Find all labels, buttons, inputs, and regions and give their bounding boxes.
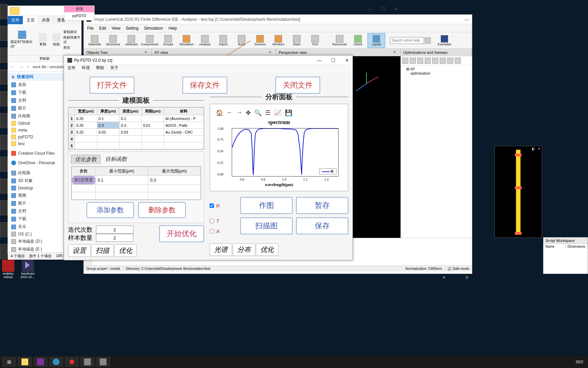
opt-tool-icon[interactable] — [447, 58, 453, 64]
toolbar-components[interactable]: Components — [141, 33, 159, 48]
task-app1[interactable] — [80, 357, 95, 367]
status-safemode[interactable]: ✓Safe-mode — [445, 267, 472, 271]
pane-close-icon[interactable]: ✕ — [143, 50, 149, 55]
minimize-icon[interactable]: — — [464, 17, 469, 22]
col-width[interactable]: 宽度(μm) — [75, 108, 97, 115]
tab-objective[interactable]: 目标函数 — [102, 155, 130, 164]
opt-tool-icon[interactable] — [417, 58, 423, 64]
model-table[interactable]: 宽度(μm) 厚度(μm) 深度(μm) 周期(μm) 材料 10.250.10… — [68, 107, 204, 150]
ribbon-paste-shortcut[interactable]: 粘贴快捷方式 — [63, 35, 81, 45]
tab-opt-right[interactable]: 优化 — [256, 243, 278, 256]
save-button[interactable]: 保存 — [296, 217, 348, 234]
col-dimensions[interactable]: Dimensions — [566, 244, 588, 249]
pan-icon[interactable]: ✥ — [246, 109, 251, 117]
toolbar-analysis[interactable]: Analysis — [196, 33, 214, 48]
pause-button[interactable]: 暂存 — [296, 197, 348, 214]
context-app-label[interactable]: pyFDTD — [64, 12, 94, 19]
toolbar-layout[interactable]: Layout — [368, 33, 385, 48]
toolbar-import[interactable]: Import — [214, 33, 232, 48]
toolbar-materials[interactable]: Materials — [86, 33, 103, 48]
tab-scan[interactable]: 扫描 — [91, 244, 114, 257]
ribbon-copy[interactable]: 复制 — [36, 24, 50, 55]
col-period[interactable]: 周期(μm) — [142, 108, 164, 115]
edit-icon[interactable]: 📈 — [274, 109, 281, 117]
tab-settings[interactable]: 设置 — [68, 244, 91, 257]
toolbar-check[interactable]: Check — [349, 33, 367, 48]
search-button-icon[interactable] — [425, 37, 431, 44]
menu-env[interactable]: 环境 — [82, 65, 90, 73]
iterations-input[interactable] — [96, 226, 133, 234]
maximize-icon[interactable]: ☐ — [331, 58, 336, 63]
lumerical-titlebar[interactable]: Ansys Lumerical 2020 R2 Finite Differenc… — [84, 15, 472, 24]
toolbar-structures[interactable]: Structures — [104, 33, 122, 48]
menu-edit[interactable]: Edit — [99, 26, 106, 31]
close-icon[interactable]: ✕ — [345, 58, 349, 63]
task-app2[interactable] — [96, 357, 110, 367]
toolbar-attributes[interactable]: Attributes — [122, 33, 140, 48]
nav-forward-icon[interactable]: → — [19, 64, 23, 70]
toolbar-monitors[interactable]: Monitors — [270, 33, 287, 48]
menu-help[interactable]: 帮助 — [96, 65, 104, 73]
opt-tool-icon[interactable] — [440, 58, 446, 64]
pane-close-icon[interactable]: ✕ — [392, 50, 397, 55]
tab-optimize[interactable]: 优化 — [114, 244, 137, 257]
chart-canvas[interactable]: spectrum 1.00 0.75 0.50 0.25 0.00 0.6 0.… — [216, 119, 342, 187]
opt-tool-icon[interactable] — [432, 58, 438, 64]
axis-gizmo[interactable] — [353, 70, 380, 97]
toolbar-resources[interactable]: Resources — [331, 33, 348, 48]
delete-param-button[interactable]: 删除参数 — [138, 202, 186, 218]
col-material[interactable]: 材料 — [164, 108, 204, 115]
menu-file[interactable]: File — [87, 26, 94, 31]
save-icon[interactable]: 💾 — [285, 109, 292, 117]
col-name[interactable]: Name — [543, 244, 566, 249]
zoom-icon[interactable]: 🔍 — [254, 109, 262, 117]
minimize-icon[interactable]: — — [368, 6, 373, 12]
nav-up-icon[interactable]: ↑ — [27, 64, 29, 70]
tab-share[interactable]: 共享 — [38, 16, 54, 24]
nav-back-icon[interactable]: ← — [11, 64, 15, 70]
tab-dist[interactable]: 分布 — [233, 243, 255, 256]
back-icon[interactable]: ← — [227, 109, 233, 117]
col-thick[interactable]: 厚度(μm) — [97, 108, 119, 115]
opt-tool-icon[interactable] — [455, 58, 461, 64]
forward-icon[interactable]: → — [236, 109, 242, 117]
tab-spectrum[interactable]: 光谱 — [210, 243, 232, 256]
toolbar-port[interactable]: Port — [306, 33, 324, 48]
task-explorer[interactable] — [18, 357, 32, 367]
param-max-cell[interactable]: 0.3 — [148, 176, 201, 185]
pyfdtd-titlebar[interactable]: Py-FDTD V2.0 by zzj — ☐ ✕ — [64, 56, 353, 65]
toolbar-stack[interactable]: Stack — [288, 33, 306, 48]
opt-tool-icon[interactable] — [425, 58, 431, 64]
checkbox-r[interactable] — [210, 203, 214, 208]
opt-item-optimization[interactable]: optimization — [406, 71, 467, 75]
menu-file[interactable]: 文件 — [67, 65, 76, 73]
toolbar-groups[interactable]: Groups — [159, 33, 177, 48]
open-file-button[interactable]: 打开文件 — [89, 77, 134, 94]
ribbon-cut[interactable]: 剪切 — [63, 45, 81, 50]
desktop-icon-mendeley[interactable]: endeley esktop — [0, 260, 16, 279]
ribbon-copy-path[interactable]: 复制路径 — [63, 30, 81, 34]
panel-dock-icon[interactable]: ◧ — [532, 147, 535, 151]
samples-input[interactable] — [96, 234, 133, 242]
pane-close-icon[interactable]: ✕ — [267, 50, 273, 55]
task-start[interactable]: ⊞ — [2, 357, 16, 367]
taskbar-clock[interactable]: 2022 — [573, 360, 586, 364]
start-optimize-button[interactable]: 开始优化 — [159, 225, 204, 242]
simulation-region-panel[interactable]: ◧ ✕ — [494, 146, 542, 238]
menu-help[interactable]: Help — [168, 26, 177, 31]
menu-setting[interactable]: Setting — [126, 26, 138, 31]
opt-param-table[interactable]: 参数 最小范围(μm) 最大范围(μm) 第2层厚度 0.1 0.3 — [71, 166, 201, 200]
tab-home[interactable]: 主页 — [23, 16, 38, 24]
scan-button[interactable]: 扫描图 — [240, 217, 293, 234]
opt-tool-icon[interactable] — [410, 58, 416, 64]
task-onenote[interactable] — [33, 357, 48, 367]
ribbon-paste[interactable]: 粘贴 — [50, 24, 63, 55]
home-icon[interactable]: 🏠 — [216, 109, 223, 117]
task-edge[interactable] — [49, 357, 63, 367]
ribbon-pin[interactable]: 固定到"快速访问" — [8, 24, 36, 55]
panel-close-icon[interactable]: ✕ — [538, 147, 540, 151]
add-param-button[interactable]: 添加参数 — [86, 202, 134, 218]
toolbar-simulation[interactable]: Simulation — [178, 33, 195, 48]
menu-about[interactable]: 关于 — [110, 65, 118, 73]
opt-item-d3[interactable]: ⊞ d3 — [406, 67, 467, 71]
